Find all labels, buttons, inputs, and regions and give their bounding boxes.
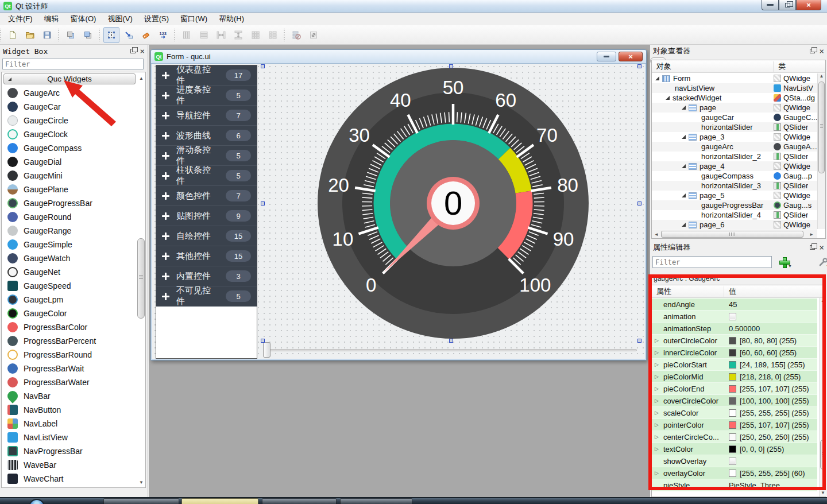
widget-list-item[interactable]: GaugeColor [3,307,136,320]
scrollbar-thumb[interactable] [820,440,826,470]
selection-handle[interactable] [637,339,641,343]
float-dock-icon[interactable] [810,49,815,53]
expander-icon[interactable] [682,164,686,168]
vertical-scrollbar[interactable]: ▲ [817,73,825,229]
nav-list-item[interactable]: 仪表盘控件 17 [156,65,257,86]
widget-list-item[interactable]: NavLabel [3,417,136,431]
edit-buddies-button[interactable] [138,27,154,43]
break-layout-button[interactable] [288,27,304,43]
layout-horizontal-button[interactable] [196,27,212,43]
save-form-button[interactable] [39,27,55,43]
selection-handle[interactable] [261,339,265,343]
expander-icon[interactable] [682,135,686,139]
restore-button[interactable] [779,0,796,10]
widget-list-item[interactable]: GaugeClock [3,127,136,141]
taskbar-button[interactable] [340,498,412,504]
minimize-button[interactable] [762,0,779,10]
widget-list-item[interactable]: GaugeSimple [3,238,136,251]
object-tree-row[interactable]: page_3 QWidge [652,132,817,142]
object-tree-row[interactable]: page QWidge [652,103,817,113]
menu-item[interactable]: 窗口(W) [175,12,213,26]
horizontal-scrollbar[interactable]: ◄ ► [652,230,817,238]
nav-list-item[interactable]: 颜色控件 7 [156,186,257,206]
selection-handle[interactable] [637,201,641,206]
menu-item[interactable]: 文件(F) [2,12,38,26]
widget-list-item[interactable]: GaugeArc [3,86,136,100]
property-row[interactable]: ▷ coverCircleColor [100, 100, 100] (255) [652,395,817,407]
expander-icon[interactable]: ▷ [655,362,659,367]
float-dock-icon[interactable] [810,245,815,250]
selection-handle[interactable] [261,64,265,68]
menu-item[interactable]: 编辑 [38,12,65,26]
taskbar-button[interactable] [103,498,179,504]
expander-icon[interactable] [682,106,686,110]
expander-icon[interactable]: ▷ [655,410,659,416]
nav-list-item[interactable]: 内置控件 3 [156,266,257,286]
expander-icon[interactable] [682,223,686,227]
property-row[interactable]: ▷ overlayColor [255, 255, 255] (60) [652,467,817,479]
widget-list-item[interactable]: NavButton [3,403,136,417]
menu-item[interactable]: 窗体(O) [65,12,102,26]
expander-icon[interactable]: ▷ [655,446,659,452]
checkbox[interactable] [729,458,736,465]
property-row[interactable]: ▷ pointerColor [255, 107, 107] (255) [652,419,817,431]
selection-handle[interactable] [261,201,265,206]
property-row[interactable]: animation [652,311,817,323]
object-tree-row[interactable]: gaugeArc GaugeA... [652,142,817,152]
expander-icon[interactable]: ▷ [655,422,659,428]
scrollbar-thumb[interactable] [137,238,145,319]
raise-widget-button[interactable] [80,27,96,43]
object-tree-row[interactable]: navListView NavListV [652,83,817,93]
layout-vertical-button[interactable] [179,27,195,43]
nav-list-item[interactable]: 导航控件 7 [156,106,257,126]
widget-list-item[interactable]: GaugeRound [3,210,136,224]
add-property-button[interactable]: ▼ [775,255,793,269]
edit-signals-slots-button[interactable] [121,27,137,43]
widget-list-item[interactable]: GaugeLpm [3,293,136,307]
vertical-scrollbar[interactable]: ▲ ▼ [819,298,826,497]
expander-icon[interactable]: ▷ [655,470,659,476]
widget-list-item[interactable]: NavListView [3,431,136,444]
layout-form-button[interactable] [265,27,281,43]
nav-list-item[interactable]: 波形曲线 6 [156,126,257,146]
scroll-right-icon[interactable]: ► [809,232,814,237]
property-row[interactable]: showOverlay [652,455,817,467]
gauge-arc-widget[interactable]: 01020304050607080901000 [318,68,589,339]
property-row[interactable]: animationStep 0.500000 [652,323,817,335]
widget-list-item[interactable]: GaugeCar [3,100,136,114]
property-row[interactable]: ▷ textColor [0, 0, 0] (255) [652,443,817,455]
object-tree-row[interactable]: page_6 QWidge [652,220,817,229]
object-tree-row[interactable]: page_5 QWidge [652,191,817,200]
column-value[interactable]: 值 [724,286,736,297]
widget-list-item[interactable]: ProgressBarWater [3,375,136,389]
widget-filter-input[interactable] [2,59,144,69]
property-row[interactable]: ▷ scaleColor [255, 255, 255] (255) [652,407,817,419]
configure-button[interactable]: ▼ [816,255,827,269]
close-dock-icon[interactable]: × [140,48,145,54]
column-class[interactable]: 类 [774,61,786,72]
widget-list-item[interactable]: GaugePlane [3,183,136,196]
property-row[interactable]: ▷ innerCircleColor [60, 60, 60] (255) [652,347,817,359]
category-quc-widgets[interactable]: Quc Widgets [3,73,136,84]
property-row[interactable]: ▷ pieColorMid [218, 218, 0] (255) [652,371,817,383]
property-row[interactable]: pieStyle PieStyle_Three [652,479,817,491]
object-tree-row[interactable]: gaugeCar GaugeC... [652,113,817,122]
scroll-left-icon[interactable]: ◄ [654,232,659,237]
form-canvas[interactable]: 仪表盘控件 17 进度条控件 5 导航控件 7 [152,64,645,359]
widget-list-item[interactable]: GaugeCircle [3,114,136,127]
slider-handle[interactable] [263,342,270,358]
widget-list-item[interactable]: GaugeCompass [3,141,136,155]
layout-vertical-splitter-button[interactable] [230,27,246,43]
object-tree-row[interactable]: horizontalSlider_4 QSlider [652,210,817,220]
object-tree-row[interactable]: horizontalSlider_2 QSlider [652,152,817,161]
open-form-button[interactable] [22,27,38,43]
close-dock-icon[interactable]: × [820,48,824,54]
menu-item[interactable]: 视图(V) [102,12,138,26]
widget-list-item[interactable]: GaugeMini [3,169,136,183]
expander-icon[interactable] [666,96,670,100]
windows-taskbar[interactable] [0,497,827,504]
nav-list-item[interactable]: 贴图控件 9 [156,206,257,226]
expander-icon[interactable]: ▷ [655,398,659,404]
object-tree-row[interactable]: gaugeProgressBar Gaug...s [652,200,817,210]
widget-list-item[interactable]: GaugeDial [3,155,136,169]
